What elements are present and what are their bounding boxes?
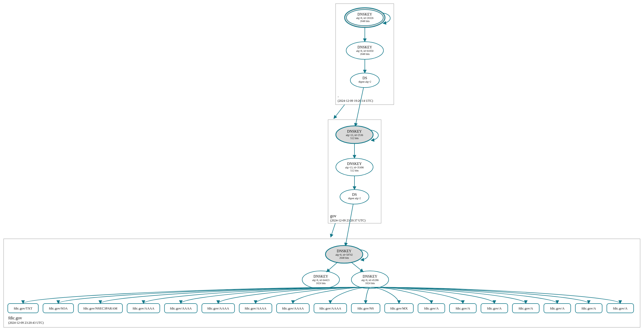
svg-text:DNSKEY: DNSKEY [347,162,362,166]
svg-text:alg=8, id=20326: alg=8, id=20326 [356,17,373,19]
svg-text:512 bits: 512 bits [350,137,359,140]
svg-text:digest alg=2: digest alg=2 [358,80,371,83]
leaf-rrset-label: fdic.gov/A [424,306,439,310]
leaf-rrset-label: fdic.gov/AAAA [170,306,192,310]
svg-text:DNSKEY: DNSKEY [358,45,372,49]
root-zsk-node: DNSKEY alg=8, id=61050 2048 bits [346,42,383,59]
svg-text:alg=8, id=45286: alg=8, id=45286 [361,279,379,282]
dnssec-graph: . (2024-12-09 19:26:14 UTC) DNSKEY alg=8… [0,0,644,331]
svg-line-43 [351,262,363,272]
leaf-rrset-label: fdic.gov/A [519,306,533,310]
svg-text:DNSKEY: DNSKEY [363,275,377,278]
leaf-rrset-label: fdic.gov/A [456,306,470,310]
fdic-zskB-node: DNSKEY alg=8, id=45286 1024 bits [351,271,389,289]
leaf-rrset-label: fdic.gov/A [613,306,628,310]
svg-text:2048 bits: 2048 bits [360,20,370,23]
svg-text:1024 bits: 1024 bits [316,282,326,285]
fdic-ksk-node: DNSKEY alg=8, id=58742 2048 bits [325,246,363,263]
leaf-rrset-label: fdic.gov/AAAA [245,306,267,310]
zone-gov: gov (2024-12-09 23:20:37 UTC) DNSKEY alg… [328,88,381,223]
gov-ksk-node: DNSKEY alg=13, id=2536 512 bits [336,126,373,143]
leaf-rrset-label: fdic.gov/NSEC3PARAM [83,306,117,310]
svg-text:DS: DS [352,193,357,197]
svg-text:2048 bits: 2048 bits [360,53,370,55]
svg-text:512 bits: 512 bits [350,169,359,172]
svg-text:DNSKEY: DNSKEY [347,129,362,133]
svg-text:DNSKEY: DNSKEY [337,249,352,253]
gov-ds-node: DS digest alg=2 [340,190,369,204]
leaf-rrset-label: fdic.gov/AAAA [207,306,229,310]
svg-line-38 [327,262,338,272]
zone-fdic-label: fdic.gov [8,316,22,320]
leaf-rrset-label: fdic.gov/TXT [14,306,32,310]
zone-gov-label: gov [330,214,336,218]
leaf-rrset-label: fdic.gov/A [550,306,565,310]
leaf-rrset-label: fdic.gov/AAAA [282,306,304,310]
svg-text:DS: DS [362,76,367,80]
leaf-rrset-label: fdic.gov/MX [390,306,408,310]
zone-root-label: . [338,93,339,98]
edge-sign [366,287,370,304]
svg-text:alg=8, id=61050: alg=8, id=61050 [356,49,373,52]
svg-text:digest alg=2: digest alg=2 [348,197,361,200]
root-ds-node: DS digest alg=2 [350,73,379,88]
zone-gov-timestamp: (2024-12-09 23:20:37 UTC) [330,219,366,222]
svg-text:DNSKEY: DNSKEY [358,12,372,16]
zone-root: . (2024-12-09 19:26:14 UTC) DNSKEY alg=8… [336,4,394,105]
root-ksk-node: DNSKEY alg=8, id=20326 2048 bits [345,8,385,27]
gov-zsk-node: DNSKEY alg=13, id=35496 512 bits [336,158,373,176]
zone-root-timestamp: (2024-12-09 19:26:14 UTC) [338,99,373,103]
svg-text:1024 bits: 1024 bits [365,282,375,285]
svg-text:2048 bits: 2048 bits [339,256,349,259]
leaf-rrset-label: fdic.gov/A [582,306,596,310]
fdic-zskA-node: DNSKEY alg=8, id=64423 1024 bits [302,271,339,289]
svg-text:alg=13, id=35496: alg=13, id=35496 [345,166,364,169]
svg-text:DNSKEY: DNSKEY [314,275,328,278]
leaf-rrset-label: fdic.gov/SOA [49,306,68,310]
svg-text:alg=8, id=64423: alg=8, id=64423 [312,279,329,282]
zone-fdic: fdic.gov (2024-12-09 23:20:43 UTC) DNSKE… [4,204,640,327]
leaf-rrset-label: fdic.gov/AAAA [132,306,154,310]
leaf-rrset-label: fdic.gov/A [487,306,502,310]
edge-sign [370,287,399,304]
svg-text:alg=13, id=2536: alg=13, id=2536 [346,134,363,136]
leaf-rrset-label: fdic.gov/AAAA [320,306,342,310]
leaf-rrset-label: fdic.gov/NS [358,306,374,310]
svg-text:alg=8, id=58742: alg=8, id=58742 [336,253,353,256]
zone-fdic-timestamp: (2024-12-09 23:20:43 UTC) [8,321,44,325]
